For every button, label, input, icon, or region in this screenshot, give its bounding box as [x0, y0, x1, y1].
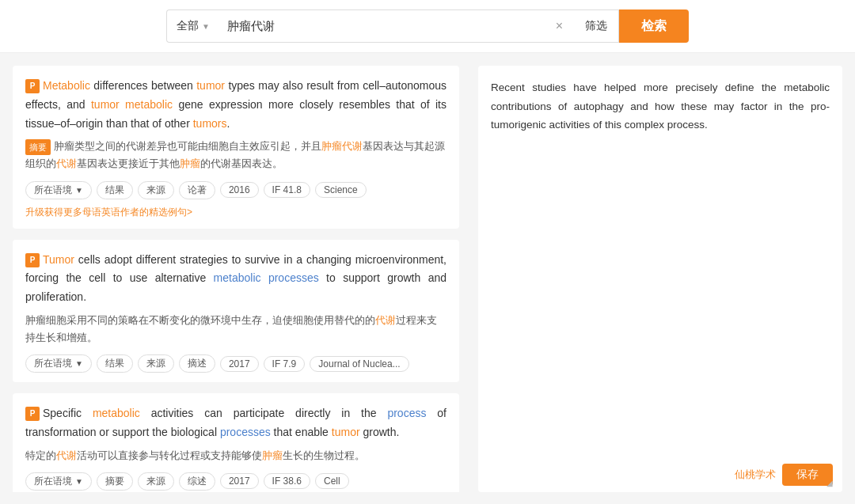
- filter-label: 筛选: [585, 19, 607, 33]
- tag-year-2[interactable]: 2017: [220, 356, 259, 372]
- right-panel-text: Recent studies have helped more precisel…: [491, 78, 830, 135]
- result-tags-1: 所在语境▼ 结果 来源 论著 2016 IF 41.8 Science: [25, 181, 446, 199]
- result-tags-2: 所在语境▼ 结果 来源 摘述 2017 IF 7.9 Journal of Nu…: [25, 354, 446, 373]
- tag-if-3[interactable]: IF 38.6: [264, 473, 310, 489]
- tag-source-1[interactable]: 来源: [138, 181, 174, 199]
- tag-type-2[interactable]: 摘述: [179, 354, 215, 373]
- text-3b: activities can participate directly in t…: [140, 407, 388, 419]
- save-bar: 仙桃学术 保存: [725, 457, 842, 492]
- tag-context-3[interactable]: 所在语境▼: [25, 472, 92, 491]
- left-panel: PMetabolic differences between tumor typ…: [13, 66, 469, 492]
- category-label: 全部: [177, 19, 199, 33]
- tag-journal-2[interactable]: Journal of Nuclea...: [310, 356, 408, 372]
- metabolic-2: metabolic: [125, 98, 173, 111]
- result-zh-1: 摘要肿瘤类型之间的代谢差异也可能由细胞自主效应引起，并且肿瘤代谢基因表达与其起源…: [25, 138, 446, 172]
- zh-tag-1: 摘要: [25, 139, 51, 156]
- result-icon-1: P: [25, 79, 40, 93]
- upgrade-link[interactable]: 升级获得更多母语英语作者的精选例句>: [25, 206, 446, 219]
- tag-abstract-3[interactable]: 摘要: [97, 472, 133, 491]
- tumor-3: Tumor: [43, 253, 74, 266]
- right-panel: Recent studies have helped more precisel…: [478, 66, 842, 492]
- tumors-1: tumors: [193, 117, 227, 130]
- tag-context-1[interactable]: 所在语境▼: [25, 181, 92, 199]
- main-content: PMetabolic differences between tumor typ…: [0, 53, 855, 504]
- zh-highlight-1c: 肿瘤: [180, 157, 200, 169]
- search-bar-inner: 全部 ▼ × 筛选 检索: [166, 9, 689, 43]
- search-input[interactable]: [227, 20, 556, 33]
- tag-result-2[interactable]: 结果: [97, 354, 133, 373]
- tag-if-1[interactable]: IF 41.8: [264, 182, 310, 198]
- tag-arrow-3: ▼: [75, 477, 83, 486]
- tag-type-3[interactable]: 综述: [179, 472, 215, 491]
- tumor-2: tumor: [91, 98, 120, 111]
- tumor-1: tumor: [196, 79, 225, 92]
- tag-source-3[interactable]: 来源: [138, 472, 174, 491]
- metabolic-processes-1: metabolic processes: [214, 271, 319, 284]
- result-icon-2: P: [25, 253, 40, 267]
- result-icon-3: P: [25, 407, 40, 421]
- tag-year-1[interactable]: 2016: [220, 182, 259, 198]
- logo-mark: 仙桃学术: [735, 466, 776, 484]
- tag-type-1[interactable]: 论著: [179, 181, 215, 199]
- search-bar: 全部 ▼ × 筛选 检索: [0, 0, 855, 53]
- zh-highlight-3a: 代谢: [56, 449, 77, 461]
- tag-arrow-2: ▼: [75, 359, 83, 368]
- text-3d: that enable: [271, 426, 332, 438]
- result-en-1: PMetabolic differences between tumor typ…: [25, 77, 446, 133]
- zh-highlight-2a: 代谢: [375, 314, 396, 326]
- text-3a: Specific: [43, 407, 93, 419]
- zh-text-3c: 生长的生物过程。: [283, 449, 365, 461]
- text-1a: differences between: [90, 79, 196, 92]
- text-1e: .: [227, 117, 230, 130]
- process-1: process: [387, 407, 426, 419]
- tag-journal-1[interactable]: Science: [315, 182, 367, 198]
- tag-result-1[interactable]: 结果: [97, 181, 133, 199]
- zh-text-3a: 特定的: [25, 449, 56, 461]
- text-3e: growth.: [360, 426, 400, 438]
- zh-text-2a: 肿瘤细胞采用不同的策略在不断变化的微环境中生存，迫使细胞使用替代的的: [25, 314, 375, 326]
- search-button[interactable]: 检索: [619, 9, 689, 43]
- zh-text-3b: 活动可以直接参与转化过程或支持能够使: [77, 449, 262, 461]
- zh-text-1d: 的代谢基因表达。: [200, 157, 283, 169]
- result-card-3: PSpecific metabolic activities can parti…: [13, 393, 459, 492]
- zh-highlight-1a: 肿瘤代谢: [321, 140, 363, 152]
- tag-journal-3[interactable]: Cell: [315, 473, 349, 489]
- filter-button[interactable]: 筛选: [574, 9, 619, 43]
- zh-text-1a: 肿瘤类型之间的代谢差异也可能由细胞自主效应引起，并且: [54, 140, 321, 152]
- tag-arrow-1: ▼: [75, 186, 83, 195]
- zh-highlight-1b: 代谢: [56, 157, 77, 169]
- tag-year-3[interactable]: 2017: [220, 473, 259, 489]
- chevron-down-icon: ▼: [202, 22, 210, 31]
- resize-handle[interactable]: ◢: [826, 476, 836, 486]
- text-1c: [120, 98, 125, 111]
- result-zh-3: 特定的代谢活动可以直接参与转化过程或支持能够使肿瘤生长的生物过程。: [25, 447, 446, 464]
- tag-source-2[interactable]: 来源: [138, 354, 174, 373]
- tumor-4: tumor: [332, 426, 360, 438]
- search-input-wrap: ×: [219, 9, 574, 43]
- tag-if-2[interactable]: IF 7.9: [264, 356, 306, 372]
- metabolic-1: Metabolic: [43, 79, 90, 92]
- metabolic-3: metabolic: [93, 407, 140, 419]
- result-card-2: PTumor cells adopt different strategies …: [13, 240, 459, 383]
- zh-highlight-3b: 肿瘤: [262, 449, 283, 461]
- tag-context-2[interactable]: 所在语境▼: [25, 354, 92, 373]
- zh-text-1c: 基因表达更接近于其他: [77, 157, 180, 169]
- clear-icon[interactable]: ×: [556, 19, 563, 33]
- result-en-2: PTumor cells adopt different strategies …: [25, 251, 446, 307]
- result-en-3: PSpecific metabolic activities can parti…: [25, 404, 446, 442]
- result-card-1: PMetabolic differences between tumor typ…: [13, 66, 459, 229]
- processes-1: processes: [220, 426, 271, 438]
- result-zh-2: 肿瘤细胞采用不同的策略在不断变化的微环境中生存，迫使细胞使用替代的的代谢过程来支…: [25, 312, 446, 347]
- result-tags-3: 所在语境▼ 摘要 来源 综述 2017 IF 38.6 Cell: [25, 472, 446, 491]
- save-button[interactable]: 保存: [782, 464, 833, 486]
- category-dropdown[interactable]: 全部 ▼: [166, 9, 219, 43]
